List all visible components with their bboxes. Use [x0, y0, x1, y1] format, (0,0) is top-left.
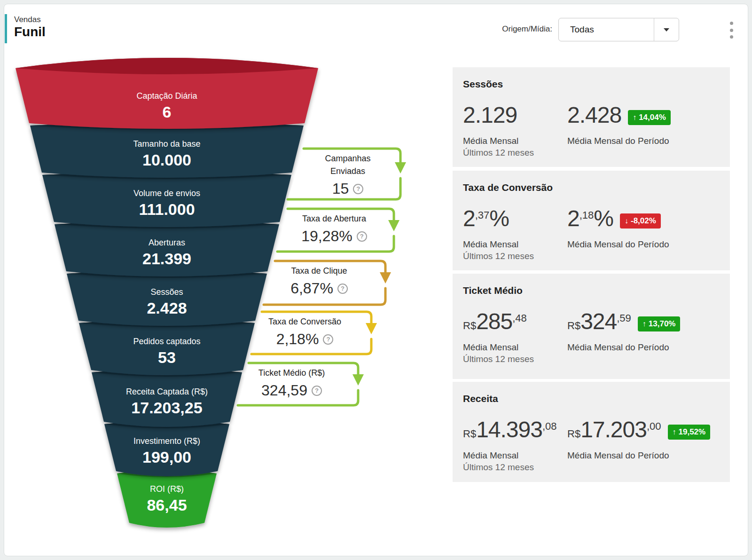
change-badge: ↑13,70%	[638, 316, 681, 331]
kpi-card-sessoes: Sessões 2.129 Média Mensal Últimos 12 me…	[453, 67, 730, 167]
help-icon[interactable]: ?	[312, 386, 322, 396]
category-label: Vendas	[14, 15, 41, 24]
kpi-value: R$14.393,08	[463, 418, 567, 446]
callout-clique: Taxa de Clique 6,87%?	[270, 265, 368, 297]
help-icon[interactable]: ?	[323, 334, 333, 345]
kpi-card-ticket-medio: Ticket Médio R$285,48 Média Mensal Últim…	[453, 274, 730, 379]
kpi-value: 2.129	[463, 103, 567, 132]
dropdown-divider	[654, 18, 654, 41]
funnel-stage-receita[interactable]	[92, 369, 242, 427]
card-title: Ticket Médio	[463, 285, 720, 296]
kpi-value: 2.428	[567, 103, 621, 132]
funnel-stage-sessoes[interactable]	[67, 270, 267, 326]
funnel-chart	[0, 56, 442, 545]
kpi-value: R$324,59	[567, 309, 631, 338]
arrow-up-icon: ↑	[673, 428, 676, 436]
arrow-down-icon: ↓	[625, 217, 628, 225]
arrow-up-icon: ↑	[642, 320, 646, 328]
funnel-stage-investimento[interactable]	[104, 421, 229, 476]
funnel-stage-pedidos[interactable]	[79, 320, 255, 375]
funnel-stage-volume[interactable]	[42, 172, 291, 227]
funnel-stage-roi[interactable]	[117, 470, 217, 528]
dashboard: Vendas Funil Origem/Mídia: Todas	[0, 0, 752, 560]
change-badge: ↓-8,02%	[620, 213, 661, 229]
funnel-stage-aberturas[interactable]	[55, 221, 279, 276]
callout-abertura: Taxa de Abertura 19,28%?	[285, 213, 384, 245]
help-icon[interactable]: ?	[353, 184, 363, 194]
callout-conversao: Taxa de Conversão 2,18%?	[257, 315, 353, 348]
help-icon[interactable]: ?	[337, 284, 348, 294]
page-title: Funil	[14, 24, 46, 39]
kpi-value: R$17.203,00	[567, 418, 661, 446]
card-title: Receita	[463, 393, 720, 404]
dropdown-value: Todas	[570, 24, 594, 35]
card-title: Taxa de Conversão	[463, 182, 720, 193]
card-title: Sessões	[463, 79, 720, 90]
filter-label: Origem/Mídia:	[484, 24, 552, 34]
help-icon[interactable]: ?	[357, 231, 367, 242]
callout-campanhas: Campanhas Enviadas 15?	[301, 152, 395, 197]
title-accent-bar	[5, 14, 7, 43]
origin-media-dropdown[interactable]: Todas	[558, 18, 679, 41]
change-badge: ↑19,52%	[668, 425, 711, 440]
callout-ticket: Ticket Médio (R$) 324,59?	[243, 367, 340, 399]
kebab-menu-icon[interactable]	[727, 22, 736, 39]
kpi-card-taxa-conversao: Taxa de Conversão 2,37% Média Mensal Últ…	[453, 171, 730, 270]
kpi-value: R$285,48	[463, 309, 567, 338]
funnel-stage-tamanho[interactable]	[30, 122, 304, 178]
kpi-card-receita: Receita R$14.393,08 Média Mensal Últimos…	[453, 382, 730, 482]
kpi-value: 2,18%	[567, 206, 613, 235]
arrow-up-icon: ↑	[633, 113, 636, 122]
kpi-value: 2,37%	[463, 206, 567, 235]
chevron-down-icon[interactable]	[664, 28, 669, 32]
change-badge: ↑14,04%	[628, 110, 671, 125]
